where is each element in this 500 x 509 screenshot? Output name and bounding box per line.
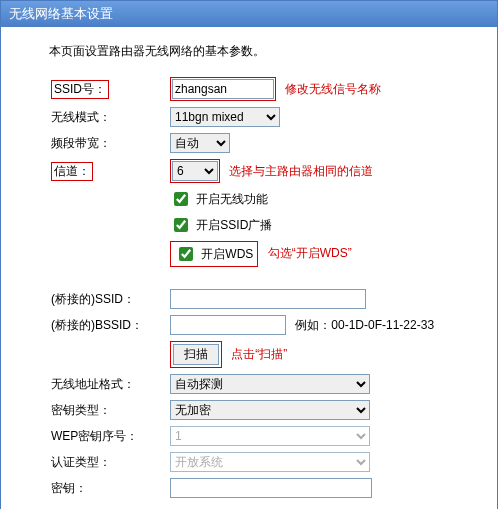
bandwidth-label: 频段带宽： bbox=[49, 130, 168, 156]
enable-wireless-checkbox[interactable] bbox=[174, 192, 188, 206]
mode-label: 无线模式： bbox=[49, 104, 168, 130]
wep-index-select: 1 bbox=[170, 426, 370, 446]
enable-ssid-broadcast-checkbox[interactable] bbox=[174, 218, 188, 232]
mode-select[interactable]: 11bgn mixed bbox=[170, 107, 280, 127]
scan-annotation: 点击“扫描” bbox=[231, 347, 287, 361]
wds-annotation: 勾选“开启WDS” bbox=[268, 246, 352, 260]
wds-highlight: 开启WDS bbox=[170, 241, 258, 267]
enable-wds-checkbox[interactable] bbox=[179, 247, 193, 261]
form-table: SSID号： 修改无线信号名称 无线模式： 11bgn mixed bbox=[49, 74, 473, 501]
ssid-label: SSID号： bbox=[51, 80, 109, 99]
scan-highlight: 扫描 bbox=[170, 341, 222, 368]
window-title: 无线网络基本设置 bbox=[9, 6, 113, 21]
intro-text: 本页面设置路由器无线网络的基本参数。 bbox=[49, 43, 473, 60]
channel-highlight: 6 bbox=[170, 159, 220, 183]
channel-label: 信道： bbox=[51, 162, 93, 181]
addr-format-select[interactable]: 自动探测 bbox=[170, 374, 370, 394]
key-input bbox=[170, 478, 372, 498]
scan-button[interactable]: 扫描 bbox=[173, 344, 219, 365]
bridge-ssid-label: (桥接的)SSID： bbox=[49, 286, 168, 312]
window-titlebar: 无线网络基本设置 bbox=[1, 1, 497, 27]
auth-type-label: 认证类型： bbox=[49, 449, 168, 475]
ssid-highlight bbox=[170, 77, 276, 101]
key-type-label: 密钥类型： bbox=[49, 397, 168, 423]
enable-wds-label: 开启WDS bbox=[201, 247, 253, 261]
content-area: 本页面设置路由器无线网络的基本参数。 SSID号： 修改无线信号名称 无线模式： bbox=[1, 27, 497, 509]
ssid-input[interactable] bbox=[172, 79, 274, 99]
enable-wireless-label: 开启无线功能 bbox=[196, 192, 268, 206]
ssid-annotation: 修改无线信号名称 bbox=[285, 82, 381, 96]
enable-ssid-broadcast-label: 开启SSID广播 bbox=[196, 218, 272, 232]
wireless-settings-window: 无线网络基本设置 本页面设置路由器无线网络的基本参数。 SSID号： 修改无线信… bbox=[0, 0, 498, 509]
channel-select[interactable]: 6 bbox=[172, 161, 218, 181]
wep-index-label: WEP密钥序号： bbox=[49, 423, 168, 449]
bridge-bssid-input[interactable] bbox=[170, 315, 286, 335]
addr-format-label: 无线地址格式： bbox=[49, 371, 168, 397]
bridge-ssid-input[interactable] bbox=[170, 289, 366, 309]
bridge-bssid-label: (桥接的)BSSID： bbox=[49, 312, 168, 338]
key-type-select[interactable]: 无加密 bbox=[170, 400, 370, 420]
bandwidth-select[interactable]: 自动 bbox=[170, 133, 230, 153]
key-label: 密钥： bbox=[49, 475, 168, 501]
channel-annotation: 选择与主路由器相同的信道 bbox=[229, 164, 373, 178]
auth-type-select: 开放系统 bbox=[170, 452, 370, 472]
bssid-example: 例如：00-1D-0F-11-22-33 bbox=[295, 318, 434, 332]
